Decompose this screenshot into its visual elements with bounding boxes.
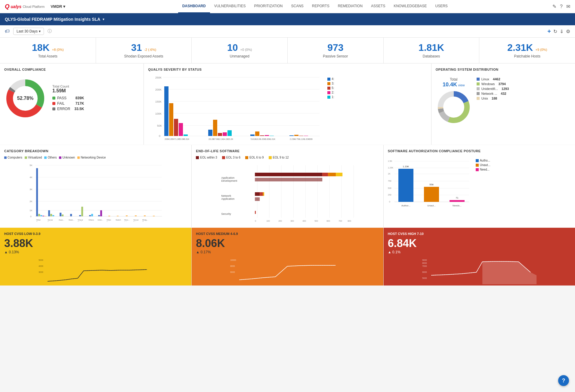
date-range-button[interactable]: Last 30 Days ▾ (13, 28, 44, 35)
svg-text:750: 750 (388, 180, 391, 182)
svg-rect-87 (62, 215, 63, 216)
svg-rect-140 (260, 192, 263, 196)
svg-text:399: 399 (309, 138, 313, 140)
info-icon[interactable]: ⓘ (48, 29, 52, 34)
nav-prioritization[interactable]: PRIORITIZATION (250, 0, 287, 13)
nav-assets[interactable]: ASSETS (367, 0, 389, 13)
software-auth-title: SOFTWARE AUTHORIZATION COMPLIANCE POSTUR… (388, 149, 571, 153)
svg-text:Desk...: Desk... (69, 219, 74, 221)
unmanaged-value: 10 (227, 42, 238, 53)
total-assets-delta: +8 (0%) (52, 48, 64, 51)
svg-rect-52 (304, 136, 308, 136)
eol-panel: END-OF-LIFE SOFTWARE EOL within 3 EOL 3 … (192, 145, 383, 227)
os-view-link[interactable]: view (458, 83, 465, 87)
svg-text:Other: Other (107, 219, 111, 221)
svg-rect-170 (424, 187, 439, 202)
row2-grid: CATEGORY BREAKDOWN Computers Virtualized… (0, 145, 575, 227)
nav-vulnerabilities[interactable]: VULNERABILITIES (210, 0, 250, 13)
svg-rect-81 (42, 216, 44, 216)
nav-remediation[interactable]: REMEDIATION (334, 0, 367, 13)
cvss-high-delta: ▲ 0.1% (388, 250, 571, 254)
row1-grid: OVERALL COMPLIANCE 52.78% (0, 63, 575, 145)
shodan-label: Shodan Exposed Assets (102, 54, 186, 58)
compliance-donut: 52.78% (4, 77, 46, 119)
cvss-low-title: HOST CVSS LOW 0-3.9 (4, 232, 187, 236)
svg-rect-86 (60, 213, 61, 216)
dashboard-chevron[interactable]: ▾ (103, 17, 104, 21)
cvss-low-value: 3.88K (4, 238, 187, 249)
svg-text:100: 100 (266, 220, 270, 222)
module-label: VMDR (51, 4, 62, 9)
svg-rect-82 (45, 216, 46, 216)
cvss-high-value: 6.84K (388, 238, 571, 249)
svg-rect-51 (299, 136, 303, 136)
refresh-icon[interactable]: ↻ (553, 29, 557, 34)
svg-rect-91 (89, 215, 91, 216)
date-range-label: Last 30 Days (17, 29, 38, 33)
svg-text:200: 200 (278, 220, 282, 222)
help-icon[interactable]: ? (560, 4, 563, 9)
logo-name: ualys (11, 4, 22, 9)
svg-text:Network: Network (221, 194, 231, 197)
svg-text:Other: Other (36, 219, 41, 221)
svg-rect-83 (48, 210, 50, 216)
svg-rect-19 (179, 123, 183, 136)
add-button[interactable]: + (547, 28, 551, 35)
nav-reports[interactable]: REPORTS (308, 0, 334, 13)
svg-text:Server: Server (133, 219, 139, 221)
svg-rect-143 (255, 197, 260, 201)
os-panel: OPERATING SYSTEM DISTRIBUTION Total 10.4… (431, 63, 575, 145)
svg-text:0: 0 (255, 220, 256, 222)
patchable-label: Patchable Hosts (485, 54, 569, 58)
svg-text:2K: 2K (29, 200, 32, 203)
cvss-medium-chart: 10000 8000 6000 (196, 257, 379, 281)
svg-rect-39 (255, 131, 259, 136)
svg-text:Switch: Switch (116, 219, 121, 221)
nav-scans[interactable]: SCANS (287, 0, 308, 13)
cvss-high-title: HOST CVSS HIGH 7-10 (388, 232, 571, 236)
category-title: CATEGORY BREAKDOWN (4, 149, 187, 153)
svg-text:0: 0 (30, 215, 32, 218)
stat-databases: 1.81K Databases (384, 38, 480, 63)
svg-rect-50 (294, 135, 298, 136)
os-legend: Linux4462 Windows3794 Unidentifi...1293 … (477, 77, 509, 101)
svg-text:Unaut...: Unaut... (427, 204, 436, 207)
eol-title: END-OF-LIFE SOFTWARE (196, 149, 379, 153)
nav-users[interactable]: USERS (431, 0, 452, 13)
shodan-value: 31 (131, 42, 142, 53)
user-icon[interactable]: ✎ (552, 4, 556, 9)
svg-text:250: 250 (388, 194, 391, 196)
nav-dashboard[interactable]: DASHBOARD (178, 0, 210, 13)
svg-rect-100 (153, 216, 155, 216)
category-chart: 5K 4K 3K 2K 1K 0 (4, 162, 187, 222)
module-selector[interactable]: VMDR ▾ (51, 4, 65, 9)
svg-text:8000: 8000 (230, 265, 235, 267)
svg-text:Author...: Author... (401, 204, 410, 207)
os-title: OPERATING SYSTEM DISTRIBUTION (436, 68, 571, 71)
nav-knowledgebase[interactable]: KNOWLEDGEBASE (389, 0, 431, 13)
svg-text:5000: 5000 (39, 259, 43, 261)
severity-panel: QUALYS SEVERITY BY STATUS 250K 200K 150K… (144, 63, 431, 145)
os-donut-chart (436, 89, 472, 125)
svg-text:5K: 5K (29, 164, 32, 167)
compliance-panel: OVERALL COMPLIANCE 52.78% (0, 63, 144, 145)
compliance-legend: Total Count 1.59M PASS 839K FAIL 717K ER… (52, 85, 84, 112)
mail-icon[interactable]: ✉ (566, 4, 570, 9)
download-icon[interactable]: ⇓ (560, 29, 564, 34)
svg-text:Asse...: Asse... (59, 219, 64, 221)
software-auth-panel: SOFTWARE AUTHORIZATION COMPLIANCE POSTUR… (384, 145, 575, 227)
svg-rect-139 (255, 192, 260, 196)
date-range-chevron: ▾ (39, 29, 41, 33)
svg-text:1K: 1K (29, 209, 32, 212)
svg-rect-172 (450, 200, 465, 202)
svg-text:0: 0 (389, 201, 390, 203)
svg-text:1.01K: 1.01K (270, 138, 276, 140)
svg-text:23.2K: 23.2K (228, 138, 233, 140)
svg-rect-88 (70, 214, 72, 216)
svg-rect-138 (255, 178, 322, 181)
shodan-delta: -2 (-6%) (144, 48, 156, 51)
svg-rect-27 (208, 130, 212, 136)
svg-rect-20 (184, 134, 188, 136)
logo-platform: Cloud Platform (23, 5, 45, 8)
settings-icon[interactable]: ⚙ (566, 29, 570, 34)
